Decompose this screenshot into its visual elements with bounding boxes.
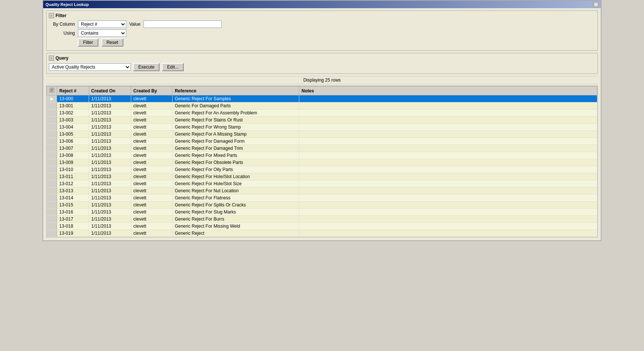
filter-button[interactable]: Filter — [78, 38, 98, 47]
cell-created-on: 1/11/2013 — [89, 131, 131, 138]
table-row[interactable]: ▶13-0001/11/2013clevettGeneric Reject Fo… — [47, 95, 597, 102]
table-row[interactable]: 13-0071/11/2013clevettGeneric Reject For… — [47, 145, 597, 152]
cell-notes — [299, 102, 597, 110]
table-row[interactable]: 13-0061/11/2013clevettGeneric Reject For… — [47, 138, 597, 145]
cell-created-by: clevett — [131, 159, 172, 166]
row-indicator — [47, 131, 57, 138]
table-row[interactable]: 13-0011/11/2013clevettGeneric For Damage… — [47, 102, 597, 110]
cell-reference: Generic Reject For Damaged Trim — [172, 145, 299, 152]
edit-button[interactable]: Edit... — [162, 63, 184, 71]
cell-created-by: clevett — [131, 131, 172, 138]
table-row[interactable]: 13-0151/11/2013clevettGeneric Reject For… — [47, 202, 597, 209]
cell-created-by: clevett — [131, 187, 172, 195]
cell-created-on: 1/11/2013 — [89, 138, 131, 145]
execute-button[interactable]: Execute — [133, 63, 160, 71]
cell-created-by: clevett — [131, 110, 172, 117]
cell-reference: Generic Reject For Samples — [172, 95, 299, 102]
cell-notes — [299, 95, 597, 102]
table-row[interactable]: 13-0121/11/2013clevettGeneric Reject For… — [47, 180, 597, 187]
cell-reference: Generic For Damaged Parts — [172, 102, 299, 110]
filter-section: - Filter By Column Reject # Created On C… — [46, 10, 598, 51]
table-row[interactable]: 13-0081/11/2013clevettGeneric Reject For… — [47, 152, 597, 159]
cell-reference: Generic Reject For Obsolete Parts — [172, 159, 299, 166]
cell-notes — [299, 180, 597, 187]
cell-reference: Generic Reject For Splits Or Cracks — [172, 202, 299, 209]
cell-reject-num: 13-002 — [57, 110, 89, 117]
cell-reference: Generic Reject For Nut Location — [172, 187, 299, 195]
table-row[interactable]: 13-0021/11/2013clevettGeneric Reject For… — [47, 110, 597, 117]
main-window: Quality Reject Lookup ✕ - Filter By Colu… — [42, 0, 602, 241]
cell-reference: Generic Reject For Slug Marks — [172, 209, 299, 216]
cell-reject-num: 13-015 — [57, 202, 89, 209]
cell-created-on: 1/11/2013 — [89, 202, 131, 209]
cell-created-on: 1/11/2013 — [89, 195, 131, 202]
cell-created-by: clevett — [131, 117, 172, 124]
cell-created-by: clevett — [131, 180, 172, 187]
table-row[interactable]: 13-0191/11/2013clevettGeneric Reject — [47, 230, 597, 237]
using-select[interactable]: Contains Equals Starts With Ends With — [78, 29, 126, 37]
using-label: Using — [49, 31, 75, 36]
table-row[interactable]: 13-0181/11/2013clevettGeneric Reject For… — [47, 223, 597, 230]
query-collapse-btn[interactable]: - — [49, 56, 54, 61]
cell-reject-num: 13-007 — [57, 145, 89, 152]
cell-reject-num: 13-005 — [57, 131, 89, 138]
cell-created-by: clevett — [131, 102, 172, 110]
table-row[interactable]: 13-0031/11/2013clevettGeneric Reject For… — [47, 117, 597, 124]
table-row[interactable]: 13-0051/11/2013clevettGeneric Reject For… — [47, 131, 597, 138]
table-row[interactable]: 13-0101/11/2013clevettGeneric Reject For… — [47, 166, 597, 173]
table-row[interactable]: 13-0131/11/2013clevettGeneric Reject For… — [47, 187, 597, 195]
table-row[interactable]: 13-0161/11/2013clevettGeneric Reject For… — [47, 209, 597, 216]
cell-created-by: clevett — [131, 124, 172, 131]
cell-reference: Generic Reject For Burrs — [172, 216, 299, 223]
cell-created-on: 1/11/2013 — [89, 124, 131, 131]
cell-notes — [299, 159, 597, 166]
filter-collapse-btn[interactable]: - — [49, 13, 54, 18]
row-indicator — [47, 117, 57, 124]
header-reject-num: Reject # — [57, 86, 89, 95]
cell-reject-num: 13-016 — [57, 209, 89, 216]
column-select[interactable]: Reject # Created On Created By Reference… — [78, 20, 126, 28]
value-input[interactable] — [143, 20, 222, 28]
status-text: Displaying 25 rows — [303, 78, 341, 83]
cell-created-by: clevett — [131, 195, 172, 202]
table-header-row: Reject # Created On Created By Reference… — [47, 86, 597, 95]
row-indicator — [47, 223, 57, 230]
cell-reject-num: 13-001 — [57, 102, 89, 110]
cell-notes — [299, 230, 597, 237]
close-button[interactable]: ✕ — [593, 2, 599, 7]
cell-created-on: 1/11/2013 — [89, 173, 131, 180]
row-indicator — [47, 173, 57, 180]
cell-created-by: clevett — [131, 223, 172, 230]
cell-reject-num: 13-003 — [57, 117, 89, 124]
cell-notes — [299, 195, 597, 202]
query-row: Active Quality Rejects Execute Edit... — [49, 63, 595, 71]
header-icon — [47, 86, 57, 95]
title-bar: Quality Reject Lookup ✕ — [43, 1, 601, 8]
row-indicator — [47, 216, 57, 223]
reset-button[interactable]: Reset — [101, 38, 123, 47]
cell-created-by: clevett — [131, 202, 172, 209]
table-row[interactable]: 13-0171/11/2013clevettGeneric Reject For… — [47, 216, 597, 223]
cell-reference: Generic Reject — [172, 230, 299, 237]
query-select[interactable]: Active Quality Rejects — [49, 63, 131, 71]
table-container: Reject # Created On Created By Reference… — [46, 86, 598, 237]
cell-notes — [299, 152, 597, 159]
table-row[interactable]: 13-0111/11/2013clevettGeneric Reject For… — [47, 173, 597, 180]
cell-reject-num: 13-011 — [57, 173, 89, 180]
query-header: - Query — [49, 56, 595, 61]
row-indicator — [47, 180, 57, 187]
table-row[interactable]: 13-0141/11/2013clevettGeneric Reject For… — [47, 195, 597, 202]
by-column-row: By Column Reject # Created On Created By… — [49, 20, 595, 28]
window-title: Quality Reject Lookup — [45, 2, 89, 7]
cell-reference: Generic Reject For A Missing Stamp — [172, 131, 299, 138]
cell-reject-num: 13-009 — [57, 159, 89, 166]
cell-reference: Generic Reject For Hole/Slot Size — [172, 180, 299, 187]
table-row[interactable]: 13-0091/11/2013clevettGeneric Reject For… — [47, 159, 597, 166]
cell-created-by: clevett — [131, 152, 172, 159]
table-row[interactable]: 13-0041/11/2013clevettGeneric Reject For… — [47, 124, 597, 131]
filter-header: - Filter — [49, 13, 595, 18]
cell-reject-num: 13-019 — [57, 230, 89, 237]
cell-reference: Generic Reject For Damaged Form — [172, 138, 299, 145]
cell-reference: Generic Reject For Flatness — [172, 195, 299, 202]
cell-reject-num: 13-017 — [57, 216, 89, 223]
